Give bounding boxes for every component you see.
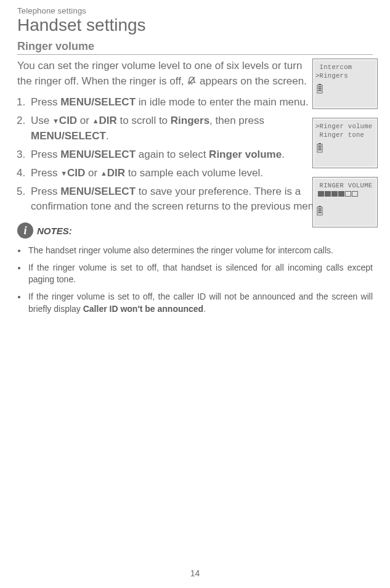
intro-paragraph: You can set the ringer volume level to o… [17,59,307,90]
ringer-volume-label: Ringer volume [209,149,282,160]
volume-segment [345,191,351,197]
menu-select-label: MENU/SELECT [60,96,136,108]
battery-icon [317,206,323,216]
step-4: Press ▼CID or ▲DIR to sample each volume… [28,166,318,181]
text: Press [31,186,60,197]
volume-segment [318,191,324,197]
page-title: Handset settings [17,15,373,35]
text: Use [31,115,52,126]
text: or [77,115,92,126]
breadcrumb: Telephone settings [17,6,373,15]
note-item: If the ringer volume is set to off, that… [27,262,373,286]
note-item: If the ringer volume is set to off, the … [27,291,373,315]
volume-segment [352,191,358,197]
cid-label: CID [59,115,77,126]
svg-rect-9 [319,147,322,149]
text: . [106,130,109,142]
down-arrow-icon: ▼ [52,116,59,126]
page-number: 14 [0,568,390,578]
step-5: Press MENU/SELECT to save your preferenc… [28,184,330,214]
step-3: Press MENU/SELECT again to select Ringer… [28,147,318,162]
svg-rect-3 [319,86,322,88]
svg-rect-10 [319,149,322,150]
intro-text-b: appears on the screen. [200,75,307,87]
lcd-line: >Ringers [315,71,375,80]
text: or [85,167,100,179]
notes-list: The handset ringer volume also determine… [27,245,373,315]
note-item: The handset ringer volume also determine… [27,245,373,257]
steps-list: Press MENU/SELECT in idle mode to enter … [28,95,318,214]
lcd-line: >Ringer volume [315,122,375,131]
text: in idle mode to enter the main menu. [136,96,309,108]
volume-bar [318,191,375,197]
svg-rect-8 [319,145,322,147]
caller-id-label: Caller ID won't be announced [83,304,203,314]
menu-select-label: MENU/SELECT [60,149,136,160]
menu-select-label: MENU/SELECT [31,130,106,142]
lcd-screens-column: Intercom >Ringers >Ringer volume Ringer … [312,59,378,227]
svg-rect-4 [319,88,322,89]
battery-icon [317,143,323,153]
lcd-line: Intercom [315,63,375,71]
svg-rect-15 [319,212,322,213]
lcd-screen-2: >Ringer volume Ringer tone [312,118,378,168]
dir-label: DIR [99,115,117,126]
text: to scroll to [117,115,171,126]
section-heading: Ringer volume [17,40,373,55]
text: to sample each volume level. [125,167,263,179]
ringers-label: Ringers [171,115,209,126]
battery-icon [317,84,323,94]
down-arrow-icon: ▼ [60,169,67,179]
menu-select-label: MENU/SELECT [60,186,136,197]
text: . [282,149,285,160]
lcd-screen-3: RINGER VOLUME [312,177,378,227]
volume-segment [338,191,344,197]
text: Press [31,167,60,179]
up-arrow-icon: ▲ [92,116,99,126]
notes-label: NOTES: [37,226,72,236]
text: Press [31,96,60,108]
text: . [203,304,206,314]
info-icon: i [17,223,33,239]
volume-segment [331,191,338,197]
svg-rect-14 [319,210,322,211]
svg-rect-5 [319,90,322,91]
lcd-line: Ringer tone [315,131,375,139]
lcd-line: RINGER VOLUME [315,181,375,190]
svg-rect-13 [319,208,322,210]
text: again to select [136,149,209,160]
step-1: Press MENU/SELECT in idle mode to enter … [28,95,318,110]
lcd-screen-1: Intercom >Ringers [312,59,378,109]
cid-label: CID [67,167,85,179]
text: , then press [209,115,264,126]
dir-label: DIR [107,167,125,179]
up-arrow-icon: ▲ [100,169,107,179]
volume-segment [325,191,331,197]
ringer-off-icon [187,75,197,91]
step-2: Use ▼CID or ▲DIR to scroll to Ringers, t… [28,113,318,143]
text: Press [31,149,60,160]
